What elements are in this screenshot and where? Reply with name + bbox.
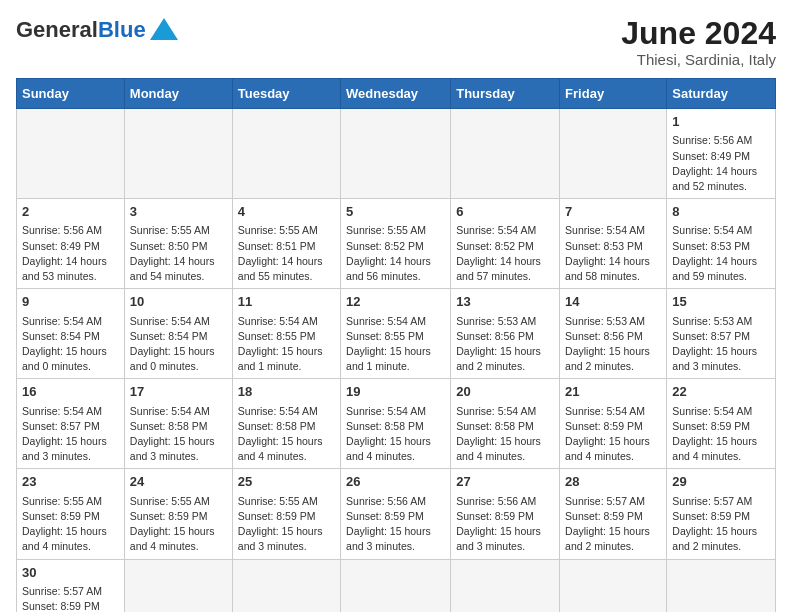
header-tuesday: Tuesday <box>232 79 340 109</box>
day-info: Sunrise: 5:53 AM Sunset: 8:57 PM Dayligh… <box>672 314 770 375</box>
calendar-cell: 4Sunrise: 5:55 AM Sunset: 8:51 PM Daylig… <box>232 199 340 289</box>
day-info: Sunrise: 5:54 AM Sunset: 8:59 PM Dayligh… <box>565 404 661 465</box>
calendar-cell: 14Sunrise: 5:53 AM Sunset: 8:56 PM Dayli… <box>560 289 667 379</box>
calendar-cell: 20Sunrise: 5:54 AM Sunset: 8:58 PM Dayli… <box>451 379 560 469</box>
calendar-week-2: 9Sunrise: 5:54 AM Sunset: 8:54 PM Daylig… <box>17 289 776 379</box>
day-info: Sunrise: 5:55 AM Sunset: 8:59 PM Dayligh… <box>130 494 227 555</box>
logo: GeneralBlue <box>16 16 178 44</box>
header-thursday: Thursday <box>451 79 560 109</box>
day-number: 22 <box>672 383 770 401</box>
calendar-cell: 23Sunrise: 5:55 AM Sunset: 8:59 PM Dayli… <box>17 469 125 559</box>
calendar-cell: 5Sunrise: 5:55 AM Sunset: 8:52 PM Daylig… <box>341 199 451 289</box>
calendar-cell: 28Sunrise: 5:57 AM Sunset: 8:59 PM Dayli… <box>560 469 667 559</box>
day-number: 25 <box>238 473 335 491</box>
svg-marker-0 <box>150 18 178 40</box>
day-number: 21 <box>565 383 661 401</box>
calendar-cell <box>560 109 667 199</box>
day-number: 9 <box>22 293 119 311</box>
day-number: 19 <box>346 383 445 401</box>
calendar-week-0: 1Sunrise: 5:56 AM Sunset: 8:49 PM Daylig… <box>17 109 776 199</box>
day-info: Sunrise: 5:54 AM Sunset: 8:58 PM Dayligh… <box>456 404 554 465</box>
header-sunday: Sunday <box>17 79 125 109</box>
calendar-cell: 26Sunrise: 5:56 AM Sunset: 8:59 PM Dayli… <box>341 469 451 559</box>
day-number: 24 <box>130 473 227 491</box>
day-number: 10 <box>130 293 227 311</box>
day-number: 28 <box>565 473 661 491</box>
calendar-cell: 6Sunrise: 5:54 AM Sunset: 8:52 PM Daylig… <box>451 199 560 289</box>
calendar-cell <box>341 109 451 199</box>
day-number: 5 <box>346 203 445 221</box>
calendar-cell: 18Sunrise: 5:54 AM Sunset: 8:58 PM Dayli… <box>232 379 340 469</box>
calendar-cell: 27Sunrise: 5:56 AM Sunset: 8:59 PM Dayli… <box>451 469 560 559</box>
header: GeneralBlue June 2024 Thiesi, Sardinia, … <box>16 16 776 68</box>
day-number: 7 <box>565 203 661 221</box>
day-info: Sunrise: 5:54 AM Sunset: 8:55 PM Dayligh… <box>346 314 445 375</box>
day-info: Sunrise: 5:54 AM Sunset: 8:58 PM Dayligh… <box>346 404 445 465</box>
calendar-header-row: SundayMondayTuesdayWednesdayThursdayFrid… <box>17 79 776 109</box>
day-number: 14 <box>565 293 661 311</box>
header-friday: Friday <box>560 79 667 109</box>
calendar-cell: 8Sunrise: 5:54 AM Sunset: 8:53 PM Daylig… <box>667 199 776 289</box>
day-number: 1 <box>672 113 770 131</box>
day-number: 3 <box>130 203 227 221</box>
calendar-table: SundayMondayTuesdayWednesdayThursdayFrid… <box>16 78 776 612</box>
day-info: Sunrise: 5:55 AM Sunset: 8:59 PM Dayligh… <box>22 494 119 555</box>
day-info: Sunrise: 5:54 AM Sunset: 8:53 PM Dayligh… <box>565 223 661 284</box>
calendar-cell: 19Sunrise: 5:54 AM Sunset: 8:58 PM Dayli… <box>341 379 451 469</box>
month-year: June 2024 <box>621 16 776 51</box>
day-info: Sunrise: 5:56 AM Sunset: 8:59 PM Dayligh… <box>456 494 554 555</box>
calendar-cell: 24Sunrise: 5:55 AM Sunset: 8:59 PM Dayli… <box>124 469 232 559</box>
calendar-cell: 29Sunrise: 5:57 AM Sunset: 8:59 PM Dayli… <box>667 469 776 559</box>
day-info: Sunrise: 5:53 AM Sunset: 8:56 PM Dayligh… <box>456 314 554 375</box>
day-info: Sunrise: 5:54 AM Sunset: 8:57 PM Dayligh… <box>22 404 119 465</box>
calendar-cell: 11Sunrise: 5:54 AM Sunset: 8:55 PM Dayli… <box>232 289 340 379</box>
calendar-cell: 2Sunrise: 5:56 AM Sunset: 8:49 PM Daylig… <box>17 199 125 289</box>
calendar-cell <box>124 109 232 199</box>
day-number: 12 <box>346 293 445 311</box>
day-number: 30 <box>22 564 119 582</box>
calendar-cell: 21Sunrise: 5:54 AM Sunset: 8:59 PM Dayli… <box>560 379 667 469</box>
calendar-cell: 16Sunrise: 5:54 AM Sunset: 8:57 PM Dayli… <box>17 379 125 469</box>
calendar-cell <box>341 559 451 612</box>
day-number: 15 <box>672 293 770 311</box>
calendar-cell: 1Sunrise: 5:56 AM Sunset: 8:49 PM Daylig… <box>667 109 776 199</box>
day-number: 20 <box>456 383 554 401</box>
calendar-week-5: 30Sunrise: 5:57 AM Sunset: 8:59 PM Dayli… <box>17 559 776 612</box>
calendar-cell: 13Sunrise: 5:53 AM Sunset: 8:56 PM Dayli… <box>451 289 560 379</box>
day-info: Sunrise: 5:55 AM Sunset: 8:51 PM Dayligh… <box>238 223 335 284</box>
calendar-cell <box>667 559 776 612</box>
day-number: 18 <box>238 383 335 401</box>
day-number: 27 <box>456 473 554 491</box>
day-info: Sunrise: 5:54 AM Sunset: 8:58 PM Dayligh… <box>238 404 335 465</box>
calendar-week-4: 23Sunrise: 5:55 AM Sunset: 8:59 PM Dayli… <box>17 469 776 559</box>
calendar-week-3: 16Sunrise: 5:54 AM Sunset: 8:57 PM Dayli… <box>17 379 776 469</box>
day-number: 4 <box>238 203 335 221</box>
calendar-cell: 3Sunrise: 5:55 AM Sunset: 8:50 PM Daylig… <box>124 199 232 289</box>
day-info: Sunrise: 5:54 AM Sunset: 8:54 PM Dayligh… <box>22 314 119 375</box>
logo-icon <box>150 18 178 40</box>
calendar-cell: 30Sunrise: 5:57 AM Sunset: 8:59 PM Dayli… <box>17 559 125 612</box>
day-number: 6 <box>456 203 554 221</box>
day-info: Sunrise: 5:55 AM Sunset: 8:50 PM Dayligh… <box>130 223 227 284</box>
calendar-cell <box>451 559 560 612</box>
day-info: Sunrise: 5:54 AM Sunset: 8:58 PM Dayligh… <box>130 404 227 465</box>
day-info: Sunrise: 5:55 AM Sunset: 8:59 PM Dayligh… <box>238 494 335 555</box>
calendar-cell: 25Sunrise: 5:55 AM Sunset: 8:59 PM Dayli… <box>232 469 340 559</box>
calendar-cell: 12Sunrise: 5:54 AM Sunset: 8:55 PM Dayli… <box>341 289 451 379</box>
title-area: June 2024 Thiesi, Sardinia, Italy <box>621 16 776 68</box>
calendar-cell: 22Sunrise: 5:54 AM Sunset: 8:59 PM Dayli… <box>667 379 776 469</box>
day-info: Sunrise: 5:57 AM Sunset: 8:59 PM Dayligh… <box>22 584 119 612</box>
calendar-cell <box>232 559 340 612</box>
calendar-cell <box>17 109 125 199</box>
day-info: Sunrise: 5:56 AM Sunset: 8:49 PM Dayligh… <box>672 133 770 194</box>
calendar-cell: 15Sunrise: 5:53 AM Sunset: 8:57 PM Dayli… <box>667 289 776 379</box>
day-number: 11 <box>238 293 335 311</box>
day-info: Sunrise: 5:55 AM Sunset: 8:52 PM Dayligh… <box>346 223 445 284</box>
day-number: 29 <box>672 473 770 491</box>
calendar-cell: 17Sunrise: 5:54 AM Sunset: 8:58 PM Dayli… <box>124 379 232 469</box>
day-info: Sunrise: 5:54 AM Sunset: 8:53 PM Dayligh… <box>672 223 770 284</box>
day-number: 8 <box>672 203 770 221</box>
calendar-cell <box>232 109 340 199</box>
calendar-cell: 7Sunrise: 5:54 AM Sunset: 8:53 PM Daylig… <box>560 199 667 289</box>
calendar-cell <box>451 109 560 199</box>
